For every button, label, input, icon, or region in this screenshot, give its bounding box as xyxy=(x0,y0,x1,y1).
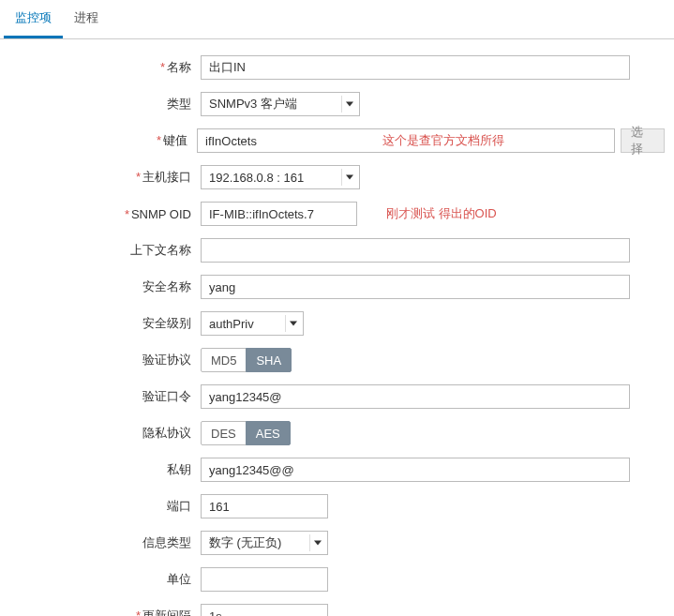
datatype-select[interactable]: 数字 (无正负) xyxy=(201,531,328,555)
type-select[interactable]: SNMPv3 客户端 xyxy=(201,92,360,116)
name-input[interactable] xyxy=(201,55,630,80)
privproto-aes-button[interactable]: AES xyxy=(246,421,291,445)
label-authpass: 验证口令 xyxy=(9,388,201,405)
secname-input[interactable] xyxy=(201,275,630,299)
label-host: *主机接口 xyxy=(9,169,201,186)
label-authproto: 验证协议 xyxy=(9,352,201,368)
tab-process[interactable]: 进程 xyxy=(63,0,110,38)
context-input[interactable] xyxy=(201,238,630,263)
select-button[interactable]: 选择 xyxy=(621,128,665,153)
label-oid: *SNMP OID xyxy=(9,207,201,221)
form: *名称 类型 SNMPv3 客户端 *键值 这个是查官方文档所得 选择 *主机接… xyxy=(0,39,674,616)
caret-down-icon xyxy=(346,175,353,180)
authproto-md5-button[interactable]: MD5 xyxy=(201,348,247,372)
host-select[interactable]: 192.168.0.8 : 161 xyxy=(201,165,360,189)
tab-monitor-item[interactable]: 监控项 xyxy=(4,0,63,38)
interval-input[interactable] xyxy=(201,604,328,616)
label-key: *键值 xyxy=(9,132,197,149)
tabs-bar: 监控项 进程 xyxy=(0,0,674,39)
label-secname: 安全名称 xyxy=(9,278,201,295)
authproto-sha-button[interactable]: SHA xyxy=(246,348,292,372)
caret-down-icon xyxy=(346,102,353,107)
label-type: 类型 xyxy=(9,96,201,113)
privkey-input[interactable] xyxy=(201,458,630,482)
label-interval: *更新间隔 xyxy=(9,608,201,616)
port-input[interactable] xyxy=(201,494,328,518)
oid-input[interactable] xyxy=(201,202,357,226)
caret-down-icon xyxy=(290,322,297,326)
unit-input[interactable] xyxy=(201,567,328,592)
authpass-input[interactable] xyxy=(201,384,630,409)
label-seclevel: 安全级别 xyxy=(9,315,201,332)
oid-hint: 刚才测试 得出的OID xyxy=(386,205,497,222)
label-unit: 单位 xyxy=(9,571,201,588)
label-name: *名称 xyxy=(9,59,201,76)
privproto-des-button[interactable]: DES xyxy=(201,421,247,445)
seclevel-select[interactable]: authPriv xyxy=(201,311,304,336)
caret-down-icon xyxy=(314,541,322,546)
key-hint: 这个是查官方文档所得 xyxy=(382,132,504,149)
label-datatype: 信息类型 xyxy=(9,534,201,551)
label-port: 端口 xyxy=(9,498,201,515)
label-privproto: 隐私协议 xyxy=(9,425,201,442)
label-privkey: 私钥 xyxy=(9,461,201,478)
label-context: 上下文名称 xyxy=(9,242,201,259)
